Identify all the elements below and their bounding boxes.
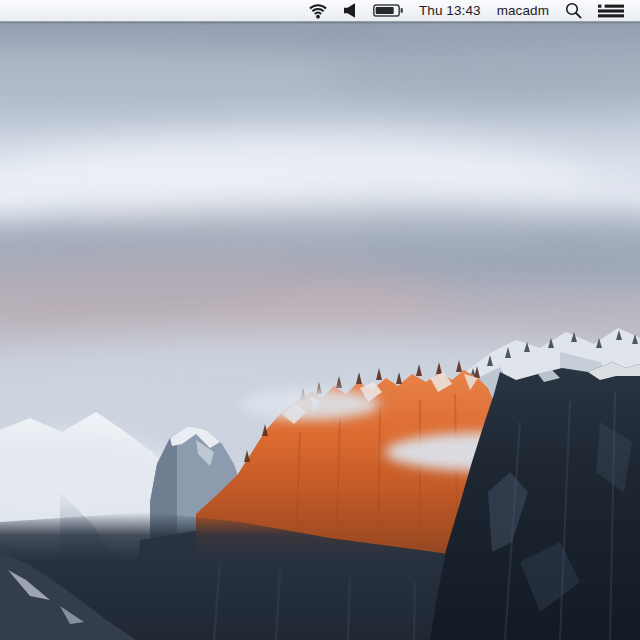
volume-menu-extra[interactable] bbox=[336, 0, 365, 22]
notification-center-menu-extra[interactable] bbox=[590, 0, 632, 22]
desktop-wallpaper[interactable] bbox=[0, 22, 640, 640]
volume-muted-icon bbox=[344, 3, 357, 18]
battery-menu-extra[interactable] bbox=[365, 0, 411, 22]
user-menu-extra[interactable]: macadm bbox=[489, 0, 557, 22]
clock-menu-extra[interactable]: Thu 13:43 bbox=[411, 0, 489, 22]
spotlight-menu-extra[interactable] bbox=[557, 0, 590, 22]
battery-icon bbox=[373, 4, 403, 17]
notification-center-icon bbox=[598, 4, 624, 18]
spotlight-search-icon bbox=[565, 2, 582, 19]
wifi-icon bbox=[308, 3, 328, 19]
wifi-menu-extra[interactable] bbox=[300, 0, 336, 22]
clock-label: Thu 13:43 bbox=[419, 3, 481, 18]
username-label: macadm bbox=[497, 3, 549, 18]
el-capitan-wallpaper-art bbox=[0, 22, 640, 640]
menu-bar: Thu 13:43 macadm bbox=[0, 0, 640, 22]
desktop: Thu 13:43 macadm bbox=[0, 0, 640, 640]
battery-level-fill bbox=[376, 7, 394, 14]
